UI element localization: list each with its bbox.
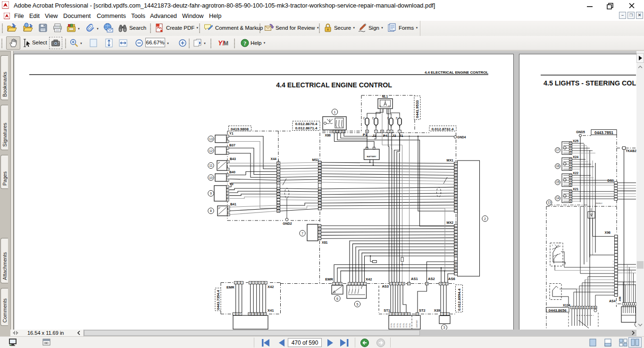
svg-text:14: 14: [556, 196, 560, 200]
svg-text:1: 1: [228, 161, 229, 163]
svg-text:21: 21: [408, 283, 410, 285]
svg-text:13: 13: [547, 201, 551, 204]
svg-text:19: 19: [455, 189, 457, 191]
svg-text:5: 5: [455, 169, 456, 170]
svg-text:5: 5: [278, 171, 279, 173]
svg-text:18: 18: [426, 283, 428, 285]
svg-text:33: 33: [455, 261, 457, 263]
svg-text:0.012.8671.4: 0.012.8671.4: [295, 126, 318, 130]
svg-text:B40: B40: [229, 170, 235, 174]
svg-text:12: 12: [209, 149, 213, 153]
svg-text:2: 2: [227, 189, 228, 191]
svg-text:3: 3: [340, 283, 341, 285]
svg-text:M: M: [224, 40, 228, 47]
svg-text:2: 2: [442, 313, 443, 315]
svg-text:16: 16: [277, 179, 279, 181]
svg-text:15: 15: [318, 228, 320, 230]
svg-text:15: 15: [319, 173, 321, 175]
svg-text:MX2: MX2: [447, 221, 454, 224]
svg-text:2: 2: [227, 141, 228, 143]
svg-text:1: 1: [570, 159, 571, 161]
svg-text:5: 5: [570, 201, 571, 203]
svg-text:12: 12: [455, 171, 457, 173]
svg-text:1: 1: [228, 206, 229, 208]
svg-text:31: 31: [379, 105, 381, 107]
svg-text:2: 2: [484, 217, 486, 221]
svg-text:3: 3: [570, 195, 571, 197]
svg-text:1: 1: [570, 143, 571, 144]
svg-text:8: 8: [405, 313, 406, 315]
svg-text:6: 6: [237, 313, 238, 315]
svg-text:2: 2: [278, 196, 279, 198]
svg-text:0443.8656: 0443.8656: [549, 308, 567, 313]
svg-text:2: 2: [253, 282, 254, 284]
svg-text:7: 7: [399, 131, 400, 133]
svg-text:3: 3: [399, 313, 400, 315]
svg-text:0419.9808: 0419.9808: [231, 127, 249, 131]
svg-text:11: 11: [318, 231, 320, 233]
svg-text:10: 10: [319, 188, 321, 190]
svg-text:5: 5: [455, 234, 456, 236]
svg-text:X22: X22: [573, 171, 578, 175]
svg-text:2: 2: [559, 242, 560, 244]
svg-text:8: 8: [613, 267, 614, 269]
svg-text:3: 3: [455, 237, 456, 239]
svg-text:8: 8: [613, 276, 614, 278]
svg-text:2: 2: [570, 145, 571, 147]
svg-text:9: 9: [593, 307, 594, 309]
svg-text:10: 10: [455, 207, 457, 209]
svg-text:2: 2: [235, 282, 236, 284]
svg-text:8: 8: [613, 273, 614, 275]
svg-text:26: 26: [319, 200, 321, 202]
svg-text:6: 6: [391, 131, 392, 133]
svg-text:2: 2: [570, 177, 571, 179]
svg-text:24: 24: [319, 165, 321, 167]
svg-text:X42: X42: [268, 285, 274, 289]
svg-text:7: 7: [388, 131, 389, 133]
svg-text:2: 2: [334, 283, 335, 285]
svg-text:X81: X81: [322, 241, 328, 244]
svg-text:74: 74: [455, 252, 457, 254]
svg-text:1: 1: [334, 110, 336, 114]
svg-text:4.5 LIGHTS - STEERING COLU: 4.5 LIGHTS - STEERING COLU: [544, 79, 641, 87]
svg-text:DIGITAL: DIGITAL: [406, 323, 408, 328]
svg-text:5: 5: [570, 185, 571, 187]
svg-text:3: 3: [228, 214, 229, 216]
svg-text:0443.7851: 0443.7851: [594, 130, 613, 135]
svg-text:12: 12: [408, 313, 410, 315]
svg-text:4: 4: [455, 228, 456, 230]
svg-text:?: ?: [243, 40, 246, 47]
svg-text:10: 10: [209, 176, 213, 179]
svg-text:GND4: GND4: [457, 136, 466, 139]
svg-text:EMR: EMR: [226, 285, 234, 289]
svg-text:11: 11: [402, 313, 404, 315]
svg-text:18: 18: [455, 255, 457, 257]
svg-text:1: 1: [570, 175, 571, 177]
svg-text:1: 1: [455, 193, 456, 195]
svg-text:12: 12: [277, 174, 279, 176]
svg-text:0441.9533: 0441.9533: [415, 100, 419, 118]
svg-text:5: 5: [582, 307, 583, 309]
svg-text:X41: X41: [268, 308, 274, 313]
svg-text:3: 3: [242, 282, 243, 284]
svg-text:8: 8: [613, 263, 614, 265]
svg-text:3: 3: [448, 313, 449, 315]
svg-text:4: 4: [579, 307, 580, 309]
svg-text:8: 8: [613, 291, 614, 293]
svg-text:Y1: Y1: [229, 132, 234, 135]
svg-text:6: 6: [455, 249, 456, 251]
svg-text:MX1: MX1: [447, 159, 454, 162]
svg-text:5: 5: [365, 283, 366, 285]
svg-text:5: 5: [357, 303, 359, 306]
svg-text:DIGITAL: DIGITAL: [391, 323, 393, 328]
svg-text:17: 17: [455, 184, 457, 186]
svg-text:7: 7: [301, 232, 303, 235]
svg-text:1: 1: [390, 313, 391, 315]
svg-text:1: 1: [262, 282, 263, 284]
svg-text:11: 11: [455, 240, 457, 242]
svg-text:25: 25: [277, 205, 279, 207]
svg-text:5: 5: [570, 169, 571, 170]
svg-text:F2: F2: [372, 117, 374, 119]
svg-text:T: T: [218, 162, 219, 164]
svg-text:15: 15: [277, 182, 279, 184]
